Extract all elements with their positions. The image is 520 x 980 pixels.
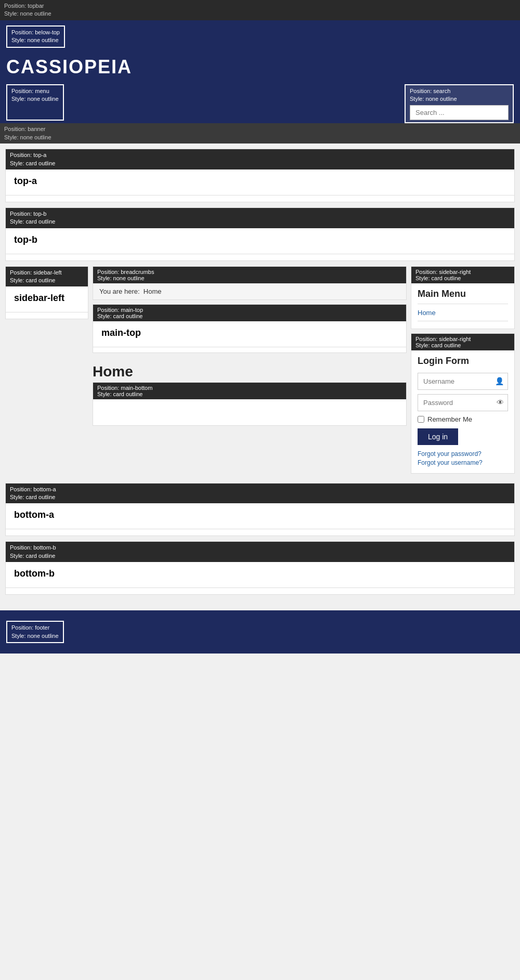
banner-label2: Style: none outline <box>4 134 51 140</box>
sidebar-right-menu-header: Position: sidebar-right Style: card outl… <box>411 267 514 283</box>
menu-label2: Style: none outline <box>11 96 59 102</box>
content-area: Position: top-a Style: card outline top-… <box>0 143 520 605</box>
bottom-b-section: Position: bottom-b Style: card outline b… <box>5 541 515 595</box>
menu-box: Position: menu Style: none outline <box>6 84 64 121</box>
username-wrapper: 👤 <box>418 373 508 390</box>
login-form-title: Login Form <box>418 356 508 367</box>
main-top-header: Position: main-top Style: card outline <box>93 305 406 321</box>
top-a-body: top-a <box>6 169 514 193</box>
search-position-label: Position: search Style: none outline <box>410 87 509 103</box>
below-top-box: Position: below-top Style: none outline <box>6 25 65 48</box>
sidebar-left-header: Position: sidebar-left Style: card outli… <box>6 267 88 287</box>
remember-me-checkbox[interactable] <box>418 416 424 423</box>
main-menu-home-link[interactable]: Home <box>418 309 436 317</box>
top-b-body: top-b <box>6 228 514 252</box>
page-title: Home <box>93 357 407 382</box>
footer-area: Position: footer Style: none outline <box>0 610 520 654</box>
breadcrumbs-section: Position: breadcrumbs Style: none outlin… <box>93 266 407 300</box>
top-a-section: Position: top-a Style: card outline top-… <box>5 149 515 202</box>
main-col: Position: breadcrumbs Style: none outlin… <box>93 266 407 430</box>
password-wrapper: 👁 <box>418 394 508 411</box>
header-area: Position: below-top Style: none outline … <box>0 20 520 124</box>
site-title: CASSIOPEIA <box>6 52 514 84</box>
eye-icon: 👁 <box>497 398 504 407</box>
forgot-password-link[interactable]: Forgot your password? <box>418 450 508 458</box>
below-top-label1: Position: below-top <box>11 29 60 35</box>
sidebar-left-body: sidebar-left <box>6 286 88 310</box>
top-b-header: Position: top-b Style: card outline <box>6 208 514 228</box>
sidebar-right-menu-body: Main Menu Home <box>411 283 514 329</box>
sidebar-right-menu-card: Position: sidebar-right Style: card outl… <box>411 266 515 329</box>
below-top-label2: Style: none outline <box>11 37 59 43</box>
remember-me-label: Remember Me <box>427 415 472 423</box>
login-button[interactable]: Log in <box>418 428 458 445</box>
bottom-b-body: bottom-b <box>6 562 514 585</box>
main-bottom-header: Position: main-bottom Style: card outlin… <box>93 383 406 399</box>
topbar-label2: Style: none outline <box>4 10 51 17</box>
top-a-header: Position: top-a Style: card outline <box>6 149 514 169</box>
breadcrumbs-body: You are here: Home <box>93 283 406 299</box>
sidebar-right-col: Position: sidebar-right Style: card outl… <box>411 266 515 478</box>
search-container: Position: search Style: none outline <box>405 84 514 124</box>
user-icon: 👤 <box>495 377 504 385</box>
sidebar-right-login-body: Login Form 👤 👁 Remember Me Log in <box>411 350 514 473</box>
header-bottom-row: Position: menu Style: none outline Posit… <box>6 84 514 124</box>
footer-label1: Position: footer <box>11 624 49 631</box>
bottom-b-header: Position: bottom-b Style: card outline <box>6 542 514 562</box>
footer-box: Position: footer Style: none outline <box>6 621 64 643</box>
forgot-username-link[interactable]: Forgot your username? <box>418 459 508 466</box>
main-menu-title: Main Menu <box>418 289 508 299</box>
sidebar-left-col: Position: sidebar-left Style: card outli… <box>5 266 88 325</box>
banner: Position: banner Style: none outline <box>0 123 520 143</box>
main-bottom-section: Position: main-bottom Style: card outlin… <box>93 382 407 426</box>
footer-label2: Style: none outline <box>11 633 59 639</box>
three-col-layout: Position: sidebar-left Style: card outli… <box>5 266 515 478</box>
search-input[interactable] <box>410 105 509 120</box>
sidebar-right-login-card: Position: sidebar-right Style: card outl… <box>411 333 515 474</box>
main-top-body: main-top <box>93 321 406 345</box>
remember-me-row: Remember Me <box>418 415 508 423</box>
breadcrumbs-header: Position: breadcrumbs Style: none outlin… <box>93 267 406 283</box>
banner-label1: Position: banner <box>4 126 46 132</box>
bottom-a-header: Position: bottom-a Style: card outline <box>6 484 514 504</box>
password-input[interactable] <box>418 394 508 411</box>
top-b-section: Position: top-b Style: card outline top-… <box>5 207 515 261</box>
topbar-label1: Position: topbar <box>4 3 44 9</box>
menu-label1: Position: menu <box>11 88 49 94</box>
sidebar-right-login-header: Position: sidebar-right Style: card outl… <box>411 334 514 350</box>
topbar: Position: topbar Style: none outline <box>0 0 520 20</box>
bottom-a-section: Position: bottom-a Style: card outline b… <box>5 483 515 537</box>
bottom-a-body: bottom-a <box>6 503 514 527</box>
main-top-section: Position: main-top Style: card outline m… <box>93 304 407 353</box>
username-input[interactable] <box>418 373 508 390</box>
sidebar-left-section: Position: sidebar-left Style: card outli… <box>5 266 88 320</box>
